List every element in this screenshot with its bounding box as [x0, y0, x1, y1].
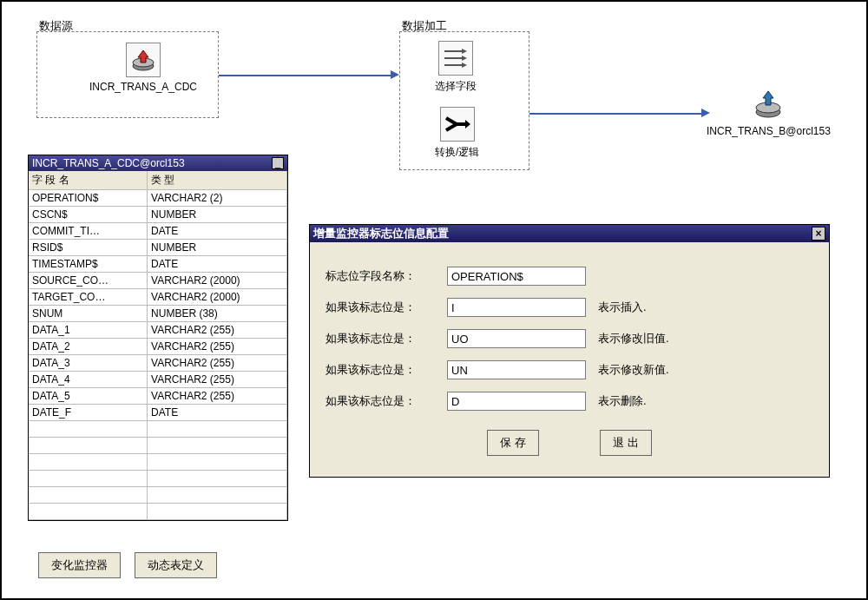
cell-field-type: DATE — [148, 223, 287, 239]
connector-src-proc — [219, 75, 392, 76]
table-row-empty — [29, 421, 287, 438]
node-transform-logic-label: 转换/逻辑 — [435, 145, 479, 160]
minimize-icon[interactable]: _ — [272, 157, 284, 169]
node-select-fields-label: 选择字段 — [435, 79, 477, 94]
table-row[interactable]: SNUMNUMBER (38) — [29, 306, 287, 322]
label-field-name: 标志位字段名称： — [326, 268, 447, 284]
suffix-flag-insert: 表示插入. — [598, 300, 647, 315]
workflow-canvas: 数据源 INCR_TRANS_A_CDC 数据加工 — [2, 2, 866, 598]
schema-title: INCR_TRANS_A_CDC@orcl153 — [32, 155, 185, 171]
cell-field-name: SNUM — [29, 306, 148, 321]
button-dynamic-table[interactable]: 动态表定义 — [135, 552, 217, 578]
schema-window-controls: _ — [270, 155, 284, 171]
cell-field-name: TIMESTAMP$ — [29, 256, 148, 272]
schema-titlebar[interactable]: INCR_TRANS_A_CDC@orcl153 _ — [29, 155, 287, 171]
table-row[interactable]: DATA_4VARCHAR2 (255) — [29, 372, 287, 388]
table-row[interactable]: DATA_2VARCHAR2 (255) — [29, 339, 287, 355]
label-flag-uo: 如果该标志位是： — [326, 331, 447, 346]
row-flag-insert: 如果该标志位是： 表示插入. — [326, 298, 813, 317]
cell-field-type: VARCHAR2 (255) — [148, 388, 287, 404]
table-row[interactable]: CSCN$NUMBER — [29, 207, 287, 223]
col-header-name: 字 段 名 — [29, 171, 148, 189]
input-flag-delete[interactable] — [447, 392, 586, 411]
row-field-name: 标志位字段名称： — [326, 267, 813, 286]
col-header-type: 类 型 — [148, 171, 287, 189]
table-row[interactable]: DATE_FDATE — [29, 405, 287, 421]
cell-field-type: NUMBER — [148, 240, 287, 255]
cell-field-type: NUMBER — [148, 207, 287, 222]
table-row-empty — [29, 504, 287, 520]
node-transform-logic[interactable]: 转换/逻辑 — [435, 107, 479, 160]
cell-field-type: VARCHAR2 (255) — [148, 339, 287, 354]
table-row[interactable]: RSID$NUMBER — [29, 240, 287, 256]
cell-field-name: OPERATION$ — [29, 190, 148, 206]
row-flag-update-new: 如果该标志位是： 表示修改新值. — [326, 360, 813, 379]
cell-field-type: NUMBER (38) — [148, 306, 287, 321]
table-row[interactable]: OPERATION$VARCHAR2 (2) — [29, 190, 287, 207]
cell-field-name: COMMIT_TI… — [29, 223, 148, 239]
group-process-title: 数据加工 — [402, 18, 447, 34]
node-target[interactable]: INCR_TRANS_B@orcl153 — [707, 87, 831, 137]
suffix-flag-uo: 表示修改旧值. — [598, 331, 669, 346]
cell-field-type: DATE — [148, 256, 287, 272]
group-process: 数据加工 选择字段 — [399, 31, 529, 170]
svg-marker-9 — [465, 120, 470, 129]
cell-field-type: VARCHAR2 (2000) — [148, 289, 287, 305]
cell-field-name: DATA_5 — [29, 388, 148, 404]
node-target-label: INCR_TRANS_B@orcl153 — [707, 125, 831, 137]
close-icon[interactable]: × — [812, 227, 825, 241]
button-change-monitor[interactable]: 变化监控器 — [38, 552, 121, 578]
svg-marker-3 — [462, 49, 467, 54]
cell-field-type: DATE — [148, 405, 287, 420]
node-select-fields[interactable]: 选择字段 — [435, 41, 477, 94]
cell-field-name: TARGET_CO… — [29, 289, 148, 305]
database-target-icon — [751, 87, 786, 122]
table-row-empty — [29, 471, 287, 487]
transform-icon — [440, 107, 475, 142]
input-flag-insert[interactable] — [447, 298, 586, 317]
suffix-flag-un: 表示修改新值. — [598, 362, 669, 378]
table-row[interactable]: TIMESTAMP$DATE — [29, 256, 287, 273]
table-row[interactable]: TARGET_CO…VARCHAR2 (2000) — [29, 289, 287, 306]
group-source-title: 数据源 — [39, 18, 73, 34]
table-row-empty — [29, 487, 287, 504]
cell-field-name: RSID$ — [29, 240, 148, 255]
button-exit[interactable]: 退 出 — [600, 430, 652, 456]
connector-proc-tgt — [529, 113, 703, 115]
flag-config-dialog: 增量监控器标志位信息配置 × 标志位字段名称： 如果该标志位是： 表示插入. 如… — [309, 224, 830, 478]
cell-field-type: VARCHAR2 (255) — [148, 355, 287, 371]
suffix-flag-delete: 表示删除. — [598, 393, 647, 409]
schema-table-header: 字 段 名 类 型 — [29, 171, 287, 190]
cell-field-name: DATA_2 — [29, 339, 148, 354]
table-row[interactable]: DATA_1VARCHAR2 (255) — [29, 322, 287, 339]
table-row[interactable]: SOURCE_CO…VARCHAR2 (2000) — [29, 273, 287, 289]
table-row[interactable]: DATA_3VARCHAR2 (255) — [29, 355, 287, 372]
input-flag-uo[interactable] — [447, 329, 586, 348]
schema-table-body[interactable]: OPERATION$VARCHAR2 (2)CSCN$NUMBERCOMMIT_… — [29, 190, 287, 520]
cell-field-name: DATA_1 — [29, 322, 148, 338]
label-flag-delete: 如果该标志位是： — [326, 393, 447, 409]
schema-window: INCR_TRANS_A_CDC@orcl153 _ 字 段 名 类 型 OPE… — [28, 155, 288, 521]
dialog-body: 标志位字段名称： 如果该标志位是： 表示插入. 如果该标志位是： 表示修改旧值.… — [310, 242, 829, 477]
dialog-footer: 保 存 退 出 — [326, 430, 813, 456]
input-field-name[interactable] — [447, 267, 586, 286]
group-source: 数据源 INCR_TRANS_A_CDC — [36, 31, 219, 118]
cell-field-type: VARCHAR2 (255) — [148, 372, 287, 387]
node-source[interactable]: INCR_TRANS_A_CDC — [89, 43, 197, 93]
svg-marker-7 — [462, 63, 467, 68]
cell-field-type: VARCHAR2 (2000) — [148, 273, 287, 288]
cell-field-name: SOURCE_CO… — [29, 273, 148, 288]
button-save[interactable]: 保 存 — [487, 430, 539, 456]
table-row[interactable]: DATA_5VARCHAR2 (255) — [29, 388, 287, 405]
dialog-titlebar[interactable]: 增量监控器标志位信息配置 × — [310, 225, 829, 242]
input-flag-un[interactable] — [447, 360, 586, 379]
cell-field-name: DATE_F — [29, 405, 148, 420]
label-flag-insert: 如果该标志位是： — [326, 300, 447, 315]
cell-field-name: CSCN$ — [29, 207, 148, 222]
cell-field-type: VARCHAR2 (255) — [148, 322, 287, 338]
table-row[interactable]: COMMIT_TI…DATE — [29, 223, 287, 240]
cell-field-name: DATA_3 — [29, 355, 148, 371]
table-row-empty — [29, 454, 287, 471]
cell-field-name: DATA_4 — [29, 372, 148, 387]
select-fields-icon — [438, 41, 473, 76]
